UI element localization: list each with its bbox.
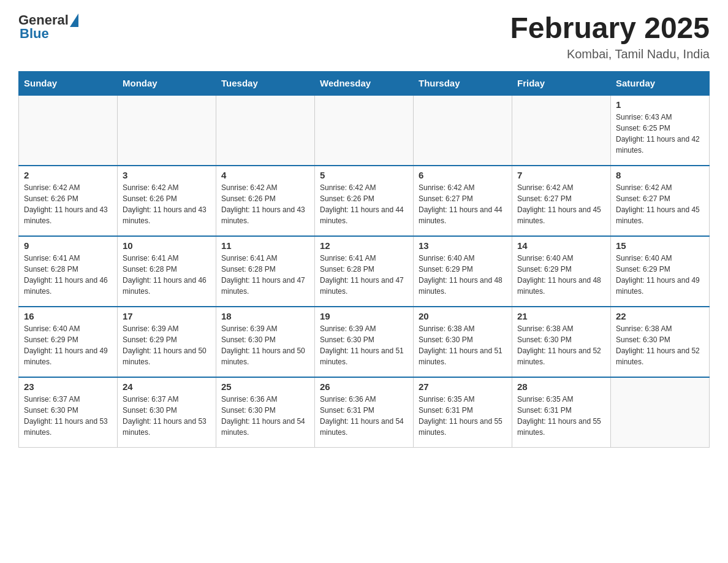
table-row bbox=[118, 95, 216, 166]
calendar-week-row: 2Sunrise: 6:42 AMSunset: 6:26 PMDaylight… bbox=[19, 166, 710, 236]
day-info-text: Sunrise: 6:36 AM bbox=[221, 394, 309, 405]
day-number: 24 bbox=[123, 381, 211, 392]
day-number: 7 bbox=[517, 170, 605, 180]
day-info-text: Sunset: 6:31 PM bbox=[517, 405, 605, 416]
calendar-week-row: 9Sunrise: 6:41 AMSunset: 6:28 PMDaylight… bbox=[19, 236, 710, 307]
day-info-text: Sunset: 6:28 PM bbox=[221, 264, 309, 275]
day-info-text: Sunrise: 6:42 AM bbox=[616, 182, 704, 193]
day-number: 13 bbox=[419, 240, 507, 251]
day-info-text: Daylight: 11 hours and 54 minutes. bbox=[221, 416, 309, 438]
table-row bbox=[315, 95, 414, 166]
header-wednesday: Wednesday bbox=[315, 71, 414, 95]
table-row: 1Sunrise: 6:43 AMSunset: 6:25 PMDaylight… bbox=[611, 95, 710, 166]
day-info-text: Sunset: 6:28 PM bbox=[24, 264, 112, 275]
day-info-text: Sunset: 6:26 PM bbox=[320, 193, 408, 204]
day-number: 10 bbox=[123, 240, 211, 251]
day-info-text: Sunrise: 6:40 AM bbox=[419, 253, 507, 264]
day-info-text: Daylight: 11 hours and 45 minutes. bbox=[517, 204, 605, 226]
table-row: 20Sunrise: 6:38 AMSunset: 6:30 PMDayligh… bbox=[414, 307, 512, 377]
day-info-text: Sunrise: 6:39 AM bbox=[320, 323, 408, 334]
logo-blue-text: Blue bbox=[20, 26, 49, 41]
day-info-text: Sunrise: 6:42 AM bbox=[221, 182, 309, 193]
day-number: 21 bbox=[517, 311, 605, 321]
day-info-text: Daylight: 11 hours and 52 minutes. bbox=[517, 345, 605, 367]
table-row: 16Sunrise: 6:40 AMSunset: 6:29 PMDayligh… bbox=[19, 307, 118, 377]
day-number: 23 bbox=[24, 381, 112, 392]
day-info-text: Sunset: 6:30 PM bbox=[24, 405, 112, 416]
day-info-text: Sunset: 6:29 PM bbox=[517, 264, 605, 275]
day-info-text: Sunset: 6:30 PM bbox=[320, 334, 408, 345]
day-info-text: Sunset: 6:25 PM bbox=[616, 123, 704, 134]
day-info-text: Sunset: 6:31 PM bbox=[320, 405, 408, 416]
day-info-text: Sunrise: 6:42 AM bbox=[517, 182, 605, 193]
day-info-text: Daylight: 11 hours and 54 minutes. bbox=[320, 416, 408, 438]
day-number: 8 bbox=[616, 170, 704, 180]
table-row bbox=[216, 95, 315, 166]
day-info-text: Sunrise: 6:37 AM bbox=[24, 394, 112, 405]
day-info-text: Daylight: 11 hours and 42 minutes. bbox=[616, 134, 704, 156]
day-info-text: Sunset: 6:30 PM bbox=[616, 334, 704, 345]
table-row: 10Sunrise: 6:41 AMSunset: 6:28 PMDayligh… bbox=[118, 236, 216, 307]
page-header: General Blue February 2025 Kombai, Tamil… bbox=[18, 12, 710, 61]
table-row: 26Sunrise: 6:36 AMSunset: 6:31 PMDayligh… bbox=[315, 377, 414, 448]
day-info-text: Sunset: 6:30 PM bbox=[419, 334, 507, 345]
day-info-text: Sunset: 6:27 PM bbox=[419, 193, 507, 204]
day-info-text: Sunrise: 6:38 AM bbox=[616, 323, 704, 334]
table-row: 9Sunrise: 6:41 AMSunset: 6:28 PMDaylight… bbox=[19, 236, 118, 307]
day-number: 12 bbox=[320, 240, 408, 251]
day-info-text: Daylight: 11 hours and 45 minutes. bbox=[616, 204, 704, 226]
day-info-text: Sunrise: 6:41 AM bbox=[24, 253, 112, 264]
day-info-text: Sunrise: 6:40 AM bbox=[517, 253, 605, 264]
header-sunday: Sunday bbox=[19, 71, 118, 95]
logo: General Blue bbox=[18, 12, 78, 42]
day-info-text: Sunrise: 6:38 AM bbox=[517, 323, 605, 334]
header-saturday: Saturday bbox=[611, 71, 710, 95]
day-info-text: Sunset: 6:29 PM bbox=[24, 334, 112, 345]
day-info-text: Sunset: 6:28 PM bbox=[123, 264, 211, 275]
table-row: 7Sunrise: 6:42 AMSunset: 6:27 PMDaylight… bbox=[512, 166, 611, 236]
day-info-text: Daylight: 11 hours and 43 minutes. bbox=[221, 204, 309, 226]
day-number: 3 bbox=[123, 170, 211, 180]
table-row: 25Sunrise: 6:36 AMSunset: 6:30 PMDayligh… bbox=[216, 377, 315, 448]
day-info-text: Sunrise: 6:42 AM bbox=[419, 182, 507, 193]
day-info-text: Daylight: 11 hours and 46 minutes. bbox=[24, 275, 112, 297]
day-info-text: Sunrise: 6:39 AM bbox=[123, 323, 211, 334]
day-number: 14 bbox=[517, 240, 605, 251]
month-title: February 2025 bbox=[510, 12, 710, 45]
day-number: 1 bbox=[616, 99, 704, 110]
table-row: 22Sunrise: 6:38 AMSunset: 6:30 PMDayligh… bbox=[611, 307, 710, 377]
table-row: 12Sunrise: 6:41 AMSunset: 6:28 PMDayligh… bbox=[315, 236, 414, 307]
table-row: 28Sunrise: 6:35 AMSunset: 6:31 PMDayligh… bbox=[512, 377, 611, 448]
day-number: 4 bbox=[221, 170, 309, 180]
day-info-text: Sunrise: 6:38 AM bbox=[419, 323, 507, 334]
day-info-text: Sunset: 6:29 PM bbox=[616, 264, 704, 275]
day-number: 22 bbox=[616, 311, 704, 321]
day-info-text: Sunrise: 6:36 AM bbox=[320, 394, 408, 405]
title-section: February 2025 Kombai, Tamil Nadu, India bbox=[510, 12, 710, 61]
day-info-text: Sunrise: 6:35 AM bbox=[419, 394, 507, 405]
day-info-text: Sunrise: 6:39 AM bbox=[221, 323, 309, 334]
header-friday: Friday bbox=[512, 71, 611, 95]
day-info-text: Daylight: 11 hours and 43 minutes. bbox=[123, 204, 211, 226]
table-row: 23Sunrise: 6:37 AMSunset: 6:30 PMDayligh… bbox=[19, 377, 118, 448]
day-info-text: Daylight: 11 hours and 52 minutes. bbox=[616, 345, 704, 367]
table-row: 3Sunrise: 6:42 AMSunset: 6:26 PMDaylight… bbox=[118, 166, 216, 236]
table-row: 13Sunrise: 6:40 AMSunset: 6:29 PMDayligh… bbox=[414, 236, 512, 307]
day-info-text: Sunset: 6:26 PM bbox=[123, 193, 211, 204]
day-info-text: Sunrise: 6:40 AM bbox=[616, 253, 704, 264]
day-number: 18 bbox=[221, 311, 309, 321]
table-row bbox=[611, 377, 710, 448]
day-info-text: Daylight: 11 hours and 44 minutes. bbox=[419, 204, 507, 226]
day-info-text: Sunset: 6:30 PM bbox=[221, 334, 309, 345]
day-info-text: Daylight: 11 hours and 51 minutes. bbox=[419, 345, 507, 367]
day-info-text: Sunrise: 6:41 AM bbox=[320, 253, 408, 264]
table-row: 18Sunrise: 6:39 AMSunset: 6:30 PMDayligh… bbox=[216, 307, 315, 377]
day-info-text: Sunset: 6:30 PM bbox=[221, 405, 309, 416]
day-info-text: Daylight: 11 hours and 47 minutes. bbox=[320, 275, 408, 297]
header-tuesday: Tuesday bbox=[216, 71, 315, 95]
day-number: 2 bbox=[24, 170, 112, 180]
table-row bbox=[512, 95, 611, 166]
calendar-body: 1Sunrise: 6:43 AMSunset: 6:25 PMDaylight… bbox=[19, 95, 710, 448]
header-row: Sunday Monday Tuesday Wednesday Thursday… bbox=[19, 71, 710, 95]
day-info-text: Sunrise: 6:42 AM bbox=[123, 182, 211, 193]
